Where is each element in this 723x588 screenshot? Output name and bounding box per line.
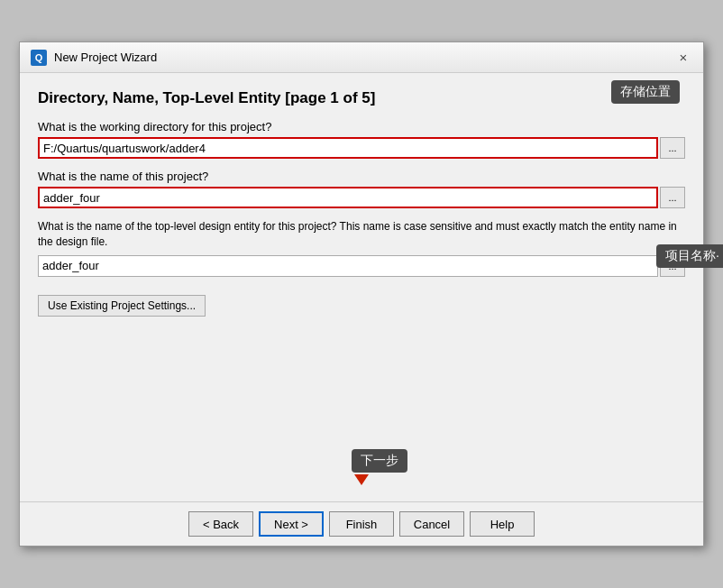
close-button[interactable]: × bbox=[674, 49, 692, 67]
annotation-arrow-3 bbox=[354, 474, 369, 485]
dialog-content: Directory, Name, Top-Level Entity [page … bbox=[20, 73, 703, 501]
annotation-3-container: 3 下一步 bbox=[38, 431, 685, 485]
help-button[interactable]: Help bbox=[470, 511, 535, 537]
cancel-button[interactable]: Cancel bbox=[399, 511, 464, 537]
dialog-title: New Project Wizard bbox=[54, 51, 157, 64]
project-name-section: What is the name of this project? ... bbox=[38, 170, 685, 219]
annotation-tooltip-1: 存储位置 bbox=[611, 80, 680, 104]
top-level-input[interactable] bbox=[38, 255, 658, 277]
annotation-1: 1 存储位置 bbox=[611, 82, 631, 102]
next-button[interactable]: Next > bbox=[259, 511, 324, 537]
app-icon: Q bbox=[31, 50, 47, 66]
working-dir-browse-button[interactable]: ... bbox=[660, 137, 685, 159]
annotation-tooltip-2: 项目名称· bbox=[656, 244, 723, 268]
project-name-browse-button[interactable]: ... bbox=[660, 187, 685, 208]
bottom-bar: < Back Next > Finish Cancel Help bbox=[20, 501, 703, 546]
working-dir-label: What is the working directory for this p… bbox=[38, 120, 685, 133]
project-name-label: What is the name of this project? bbox=[38, 170, 685, 183]
project-name-row: ... bbox=[38, 187, 685, 208]
top-level-row: ... bbox=[38, 255, 685, 277]
finish-button[interactable]: Finish bbox=[329, 511, 394, 537]
top-level-section: What is the name of the top-level design… bbox=[38, 219, 685, 288]
use-existing-button[interactable]: Use Existing Project Settings... bbox=[38, 295, 206, 317]
annotation-tooltip-3: 下一步 bbox=[352, 449, 407, 473]
dialog-window: Q New Project Wizard × Directory, Name, … bbox=[19, 41, 704, 547]
title-bar-left: Q New Project Wizard bbox=[31, 50, 157, 66]
title-bar: Q New Project Wizard × bbox=[20, 42, 703, 73]
working-dir-input[interactable] bbox=[38, 137, 658, 159]
back-button[interactable]: < Back bbox=[188, 511, 253, 537]
annotation-3: 3 下一步 bbox=[352, 451, 371, 485]
working-dir-row: ... bbox=[38, 137, 685, 159]
page-title: Directory, Name, Top-Level Entity [page … bbox=[38, 89, 685, 107]
top-level-desc: What is the name of the top-level design… bbox=[38, 219, 685, 250]
svg-text:Q: Q bbox=[35, 52, 43, 63]
annotation-2: 2 项目名称· bbox=[656, 246, 676, 266]
project-name-input[interactable] bbox=[38, 187, 658, 208]
